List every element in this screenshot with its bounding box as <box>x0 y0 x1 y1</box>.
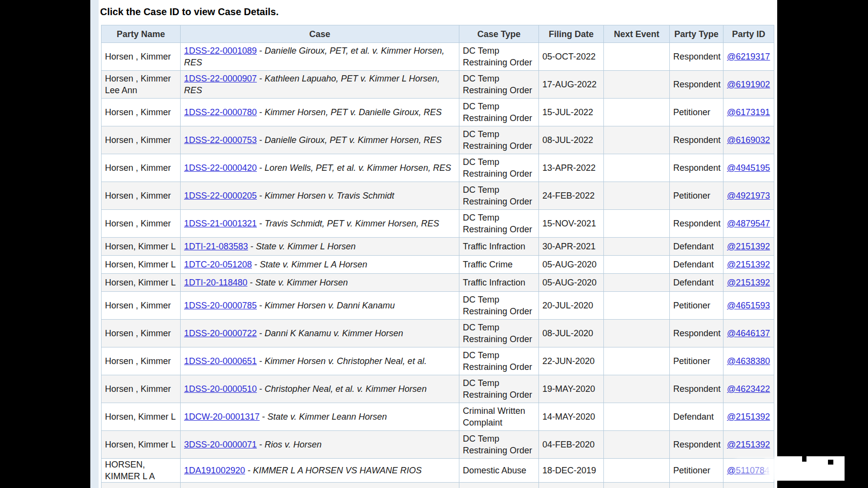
col-header-next-event: Next Event <box>604 25 670 43</box>
case-type-cell: DC TempRestraining Order <box>459 182 539 210</box>
filing-date-cell: 05-OCT-2022 <box>539 43 604 71</box>
next-event-cell <box>604 292 670 320</box>
party-type-cell: Respondent <box>670 154 723 182</box>
next-event-cell <box>604 43 670 71</box>
table-row: Horsen, Kimmer L3DSS-20-0000071 - Rios v… <box>102 431 774 459</box>
party-id-cell: @2151392 <box>723 431 774 459</box>
party-id-link[interactable]: @6191902 <box>727 80 770 89</box>
case-id-link[interactable]: 1DTC-20-051208 <box>184 260 252 269</box>
case-cell: 1DSS-22-0000780 - Kimmer Horsen, PET v. … <box>181 99 459 126</box>
party-type-cell: Respondent <box>670 126 723 154</box>
table-row: Horsen , Kimmer1DSS-22-0000753 - Daniell… <box>102 126 774 154</box>
party-name-cell: Horsen, Kimmer L <box>102 274 181 292</box>
case-title: KIMMER L A HORSEN VS HAWANE RIOS <box>253 466 422 475</box>
party-id-cell: @6173191 <box>723 99 774 126</box>
party-id-link[interactable]: @2151392 <box>727 440 770 449</box>
party-id-link[interactable]: @4646137 <box>727 328 770 338</box>
case-separator: - <box>248 242 256 251</box>
party-name-cell: Horsen , Kimmer <box>102 210 181 238</box>
filing-date-cell: 30-APR-2021 <box>539 238 604 256</box>
party-id-link[interactable]: @4638380 <box>727 356 770 366</box>
party-type-cell: Defendant <box>670 274 723 292</box>
case-title: Danni K Kanamu v. Kimmer Horsen <box>265 328 403 338</box>
party-id-link[interactable]: @6173191 <box>727 107 770 117</box>
next-event-cell <box>604 99 670 126</box>
case-id-link[interactable]: 1DTI-21-083583 <box>184 242 248 251</box>
filing-date-cell: 08-JUL-2020 <box>539 320 604 347</box>
case-id-link[interactable]: 1DSS-22-0000753 <box>184 135 257 145</box>
case-id-link[interactable]: 1DSS-20-0000510 <box>184 384 257 394</box>
party-id-link[interactable]: @2151392 <box>727 260 770 269</box>
party-id-cell: @6169032 <box>723 126 774 154</box>
case-id-link[interactable]: 1DSS-22-0000780 <box>184 107 257 117</box>
case-type-cell: DC TempRestraining Order <box>459 375 539 403</box>
party-id-link[interactable]: @2151392 <box>727 242 770 251</box>
case-separator: - <box>257 74 265 83</box>
filing-date-cell: 19-MAY-2020 <box>539 375 604 403</box>
party-name-cell: HORSEN,KIMMER L A <box>102 459 181 483</box>
case-separator: - <box>257 191 265 201</box>
case-id-link[interactable]: 3DSS-20-0000071 <box>184 440 257 449</box>
case-id-link[interactable]: 1DSS-22-0001089 <box>184 46 257 56</box>
party-id-cell: @2151392 <box>723 238 774 256</box>
party-id-link[interactable]: @6219317 <box>727 52 770 61</box>
party-type-cell: Respondent <box>670 320 723 347</box>
next-event-cell <box>604 320 670 347</box>
party-id-cell: @2151392 <box>723 274 774 292</box>
case-title: Kimmer Horsen v. Danni Kanamu <box>265 301 395 310</box>
party-id-link[interactable]: @4623422 <box>727 384 770 394</box>
party-name-cell: Horsen , KimmerLee Ann <box>102 71 181 99</box>
case-type-cell: DC TempRestraining Order <box>459 126 539 154</box>
next-event-cell <box>604 182 670 210</box>
party-id-cell: @4879547 <box>723 210 774 238</box>
letterbox-right <box>777 0 868 488</box>
case-type-cell: DC TempRestraining Order <box>459 210 539 238</box>
case-type-cell: DC TempRestraining Order <box>459 99 539 126</box>
party-id-cell: @4945195 <box>723 154 774 182</box>
case-type-cell: DC TempRestraining Order <box>459 154 539 182</box>
party-id-cell: @4651593 <box>723 292 774 320</box>
party-id-link[interactable]: @4651593 <box>727 301 770 310</box>
table-row: Horsen , Kimmer1DSS-20-0000651 - Kimmer … <box>102 347 774 375</box>
case-cell: 1DSS-22-0000907 - Kathleen Lapuaho, PET … <box>181 71 459 99</box>
col-header-party-type: Party Type <box>670 25 723 43</box>
table-row: Horsen , Kimmer1DSS-20-0000510 - Christo… <box>102 375 774 403</box>
case-type-cell: DC TempRestraining Order <box>459 347 539 375</box>
party-id-link[interactable]: @4879547 <box>727 219 770 228</box>
case-id-link[interactable]: 1DSS-21-0001321 <box>184 219 257 228</box>
party-id-link[interactable]: @2151392 <box>727 278 770 287</box>
case-id-link[interactable]: 1DSS-20-0000785 <box>184 301 257 310</box>
case-results-table: Party NameCaseCase TypeFiling DateNext E… <box>101 25 774 488</box>
case-id-link[interactable]: 1DA191002920 <box>184 466 245 475</box>
party-id-link[interactable]: @6169032 <box>727 135 770 145</box>
case-id-link[interactable]: 1DSS-22-0000205 <box>184 191 257 201</box>
case-type-cell: Traffic Crime <box>459 256 539 274</box>
case-id-link[interactable]: 1DSS-22-0000907 <box>184 74 257 83</box>
case-separator: - <box>257 328 265 338</box>
party-type-cell: Petitioner <box>670 347 723 375</box>
party-id-cell: @4921973 <box>723 182 774 210</box>
case-cell: 3DSS-20-0000071 - Rios v. Horsen <box>181 431 459 459</box>
filing-date-cell: 05-AUG-2020 <box>539 274 604 292</box>
case-title: Travis Schmidt, PET v. Kimmer Horsen, RE… <box>265 219 439 228</box>
next-event-cell <box>604 347 670 375</box>
watermark-ghost <box>765 458 778 480</box>
party-name-cell: Horsen , Kimmer <box>102 43 181 71</box>
party-id-link[interactable]: @4945195 <box>727 163 770 173</box>
case-id-link[interactable]: 1DSS-20-0000651 <box>184 356 257 366</box>
party-name-cell: Horsen , Kimmer <box>102 126 181 154</box>
next-event-cell <box>604 459 670 483</box>
table-body: Horsen , Kimmer1DSS-22-0001089 - Daniell… <box>102 43 774 488</box>
case-id-link[interactable]: 1DSS-22-0000420 <box>184 163 257 173</box>
col-header-case: Case <box>181 25 459 43</box>
party-id-link[interactable]: @2151392 <box>727 412 770 422</box>
case-id-link[interactable]: 1DSS-20-0000722 <box>184 328 257 338</box>
case-type-cell: DC TempRestraining Order <box>459 71 539 99</box>
watermark-notch <box>828 460 833 465</box>
filing-date-cell: 08-JUL-2022 <box>539 126 604 154</box>
case-id-link[interactable]: 1DTI-20-118480 <box>184 278 248 287</box>
table-row: Horsen , Kimmer1DSS-22-0001089 - Daniell… <box>102 43 774 71</box>
party-id-link[interactable]: @4921973 <box>727 191 770 201</box>
next-event-cell <box>604 256 670 274</box>
case-id-link[interactable]: 1DCW-20-0001317 <box>184 412 260 422</box>
